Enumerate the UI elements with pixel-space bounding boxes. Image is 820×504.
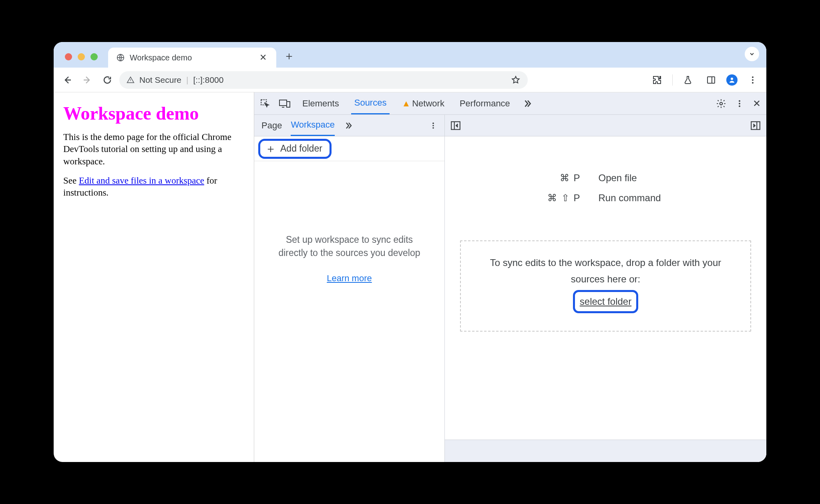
svg-rect-8	[287, 102, 290, 107]
workspace-docs-link[interactable]: Edit and save files in a workspace	[79, 176, 204, 186]
arrow-right-icon	[82, 75, 92, 85]
svg-point-5	[752, 82, 754, 84]
run-command-label: Run command	[599, 192, 679, 204]
device-toolbar-icon[interactable]	[279, 99, 290, 108]
subtab-workspace[interactable]: Workspace	[291, 115, 335, 136]
select-folder-button[interactable]: select folder	[573, 290, 638, 314]
page-paragraph-2: See Edit and save files in a workspace f…	[63, 175, 244, 199]
profile-button[interactable]	[726, 74, 738, 86]
add-folder-button[interactable]: ＋ Add folder	[258, 139, 332, 159]
back-button[interactable]	[59, 72, 75, 88]
workspace-hint-text: Set up workspace to sync edits directly …	[278, 234, 420, 258]
star-icon	[511, 75, 521, 85]
reload-icon	[102, 75, 112, 85]
workspace-dropzone[interactable]: To sync edits to the workspace, drop a f…	[460, 240, 751, 332]
devtools-drawer[interactable]	[445, 440, 766, 462]
hide-navigator-icon[interactable]	[450, 120, 461, 131]
devtools-menu-icon[interactable]	[735, 98, 744, 109]
window-controls	[58, 53, 102, 68]
flask-icon	[683, 75, 693, 85]
divider	[672, 74, 673, 86]
rendered-page: Workspace demo This is the demo page for…	[54, 92, 254, 462]
globe-icon	[116, 53, 125, 62]
svg-rect-1	[707, 77, 715, 83]
tab-title: Workspace demo	[130, 53, 253, 62]
browser-toolbar: Not Secure | [::]:8000	[54, 68, 766, 92]
browser-tab[interactable]: Workspace demo ✕	[108, 48, 276, 68]
hide-debugger-icon[interactable]	[750, 120, 761, 131]
editor-toolbar	[445, 115, 766, 136]
navigator-tabs: Page Workspace	[254, 115, 444, 136]
labs-button[interactable]	[680, 72, 696, 88]
svg-point-14	[432, 125, 434, 126]
arrow-left-icon	[62, 75, 72, 85]
svg-point-2	[731, 78, 733, 80]
kebab-icon	[748, 75, 758, 85]
svg-point-11	[739, 102, 740, 104]
person-icon	[728, 76, 736, 84]
add-folder-label: Add folder	[280, 143, 322, 154]
open-file-label: Open file	[599, 172, 679, 184]
svg-point-4	[752, 79, 754, 81]
tab-network-label: Network	[412, 98, 444, 109]
browser-menu-button[interactable]	[745, 72, 761, 88]
select-folder-label: select folder	[580, 296, 631, 307]
minimize-window-button[interactable]	[78, 53, 85, 60]
devtools: Elements Sources ▲ Network Performance ✕	[254, 92, 766, 462]
tab-elements[interactable]: Elements	[299, 92, 342, 114]
close-window-button[interactable]	[65, 53, 72, 60]
forward-button[interactable]	[79, 72, 95, 88]
tab-strip: Workspace demo ✕ ＋	[54, 42, 766, 68]
sources-editor: ⌘ P Open file ⌘ ⇧ P Run command To sync …	[445, 115, 766, 462]
svg-point-13	[432, 122, 434, 124]
text: See	[63, 176, 79, 186]
warning-triangle-icon: ▲	[402, 98, 410, 109]
open-file-keys: ⌘ P	[533, 172, 581, 184]
open-file-hint: ⌘ P Open file	[461, 172, 750, 184]
bookmark-button[interactable]	[511, 75, 521, 85]
close-devtools-button[interactable]: ✕	[753, 98, 761, 109]
subtab-page[interactable]: Page	[261, 115, 282, 136]
address-bar[interactable]: Not Secure | [::]:8000	[119, 71, 528, 89]
url-text: [::]:8000	[193, 75, 224, 85]
tab-performance[interactable]: Performance	[456, 92, 513, 114]
panel-icon	[706, 75, 716, 85]
puzzle-icon	[652, 75, 662, 85]
side-panel-button[interactable]	[703, 72, 719, 88]
new-tab-button[interactable]: ＋	[276, 48, 302, 68]
quick-commands: ⌘ P Open file ⌘ ⇧ P Run command	[445, 136, 766, 228]
security-label: Not Secure	[139, 75, 181, 85]
learn-more-link[interactable]: Learn more	[270, 272, 428, 285]
reload-button[interactable]	[99, 72, 115, 88]
run-command-keys: ⌘ ⇧ P	[533, 192, 581, 204]
browser-window: Workspace demo ✕ ＋ Not Secure |	[54, 42, 766, 462]
svg-point-15	[432, 127, 434, 129]
page-paragraph-1: This is the demo page for the official C…	[63, 131, 244, 168]
close-tab-button[interactable]: ✕	[258, 52, 268, 63]
sources-navigator: Page Workspace ＋ Add folder	[254, 115, 445, 462]
svg-point-3	[752, 76, 754, 78]
more-tabs-icon[interactable]	[522, 98, 533, 109]
gear-icon[interactable]	[716, 98, 726, 109]
kebab-icon	[429, 121, 437, 130]
svg-point-9	[720, 102, 723, 105]
content-area: Workspace demo This is the demo page for…	[54, 92, 766, 462]
svg-point-10	[739, 100, 740, 102]
add-folder-row: ＋ Add folder	[254, 136, 444, 161]
plus-icon: ＋	[265, 143, 276, 154]
tab-sources[interactable]: Sources	[351, 92, 390, 114]
more-subtabs-icon[interactable]	[344, 121, 353, 130]
warning-icon	[127, 76, 135, 84]
tabs-dropdown-button[interactable]	[745, 47, 759, 61]
dropzone-text: To sync edits to the workspace, drop a f…	[480, 255, 731, 288]
svg-point-12	[739, 105, 740, 107]
tab-network[interactable]: ▲ Network	[398, 92, 447, 114]
inspect-icon[interactable]	[260, 98, 270, 109]
chevron-down-icon	[749, 51, 755, 57]
navigator-menu-button[interactable]	[429, 121, 437, 130]
page-heading: Workspace demo	[63, 103, 244, 124]
svg-rect-7	[279, 100, 287, 106]
workspace-hint: Set up workspace to sync edits directly …	[254, 161, 444, 285]
extensions-button[interactable]	[649, 72, 665, 88]
maximize-window-button[interactable]	[90, 53, 98, 60]
